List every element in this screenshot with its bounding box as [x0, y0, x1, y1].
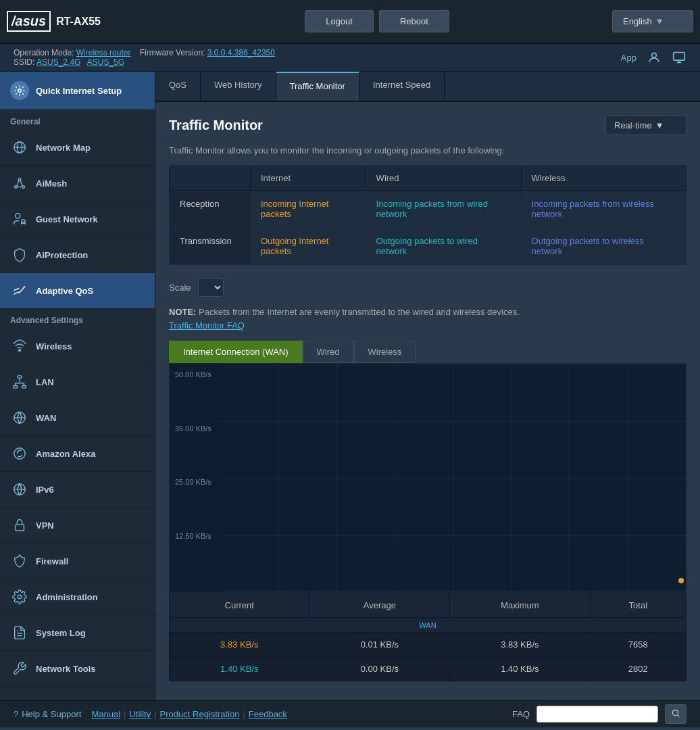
- outgoing-wired-packets-link[interactable]: Outgoing packets to wired network: [376, 236, 478, 256]
- content-area: QoS Web History Traffic Monitor Internet…: [155, 72, 700, 700]
- sidebar-item-administration[interactable]: Administration: [0, 579, 155, 615]
- main-layout: Quick Internet Setup General Network Map: [0, 72, 700, 700]
- app-label: App: [621, 53, 636, 63]
- operation-mode-label: Operation Mode:: [14, 48, 74, 57]
- sidebar-item-aimesh[interactable]: AiMesh: [0, 166, 155, 201]
- info-bar-left: Operation Mode: Wireless router Firmware…: [14, 48, 275, 67]
- help-label: Help & Support: [22, 709, 81, 719]
- logout-button[interactable]: Logout: [305, 10, 374, 32]
- sidebar-item-quick-internet-setup[interactable]: Quick Internet Setup: [0, 72, 155, 110]
- product-reg-link[interactable]: Product Registration: [160, 709, 240, 719]
- incoming-wired-packets-link[interactable]: Incoming packets from wired network: [376, 199, 488, 219]
- shield-icon: [10, 245, 29, 264]
- sidebar-item-ipv6[interactable]: IPv6: [0, 472, 155, 508]
- reboot-button[interactable]: Reboot: [379, 10, 449, 32]
- info-bar-right: App: [621, 50, 686, 65]
- transmission-wired[interactable]: Outgoing packets to wired network: [366, 228, 521, 265]
- sidebar-item-label: Wireless: [36, 341, 72, 351]
- sidebar-item-aiprotection[interactable]: AiProtection: [0, 237, 155, 273]
- reception-internet[interactable]: Incoming Internet packets: [251, 191, 366, 228]
- description-text: Traffic Monitor allows you to monitor th…: [169, 145, 686, 155]
- sidebar-item-wan[interactable]: WAN: [0, 400, 155, 436]
- sidebar-item-label: LAN: [36, 377, 54, 387]
- sidebar-item-label: Network Tools: [36, 664, 96, 674]
- tools-icon: [10, 659, 29, 678]
- stats-maximum-2: 1.40 KB/s: [450, 657, 591, 681]
- sidebar-item-system-log[interactable]: System Log: [0, 615, 155, 651]
- sidebar-item-network-tools[interactable]: Network Tools: [0, 651, 155, 687]
- sidebar-item-lan[interactable]: LAN: [0, 364, 155, 400]
- sidebar-item-vpn[interactable]: VPN: [0, 508, 155, 543]
- sidebar-item-label: System Log: [36, 628, 86, 638]
- header: /asus RT-AX55 Logout Reboot English ▼: [0, 0, 700, 44]
- ssid-5g[interactable]: ASUS_5G: [87, 57, 124, 67]
- sidebar-item-adaptive-qos[interactable]: Adaptive QoS: [0, 273, 155, 309]
- info-bar: Operation Mode: Wireless router Firmware…: [0, 44, 700, 72]
- firmware-value[interactable]: 3.0.0.4.386_42350: [207, 48, 275, 57]
- quick-setup-icon: [10, 81, 29, 100]
- svg-rect-17: [18, 376, 22, 379]
- sidebar-item-label: AiMesh: [36, 178, 67, 189]
- sidebar-item-label: Adaptive QoS: [36, 286, 93, 296]
- faq-search-button[interactable]: [665, 704, 686, 724]
- logo: /asus RT-AX55: [7, 11, 142, 32]
- person-icon[interactable]: [647, 50, 661, 65]
- svg-rect-1: [674, 53, 685, 61]
- svg-point-30: [18, 595, 22, 599]
- aimesh-icon: [10, 174, 29, 193]
- sidebar-item-label: IPv6: [36, 485, 54, 495]
- transmission-internet[interactable]: Outgoing Internet packets: [251, 228, 366, 265]
- footer-help: ? Help & Support: [14, 709, 81, 719]
- qos-icon: [10, 281, 29, 300]
- page-title-row: Traffic Monitor Real-time ▼: [169, 116, 686, 135]
- sidebar-item-label: Administration: [36, 592, 98, 602]
- reception-wireless[interactable]: Incoming packets from wireless network: [521, 191, 686, 228]
- svg-rect-29: [16, 525, 24, 531]
- graph-tab-wireless[interactable]: Wireless: [354, 341, 416, 363]
- y-label-50: 50.00 KB/s: [175, 370, 215, 379]
- outgoing-wireless-packets-link[interactable]: Outgoing packets to wireless network: [532, 236, 644, 256]
- sidebar-item-label: AiProtection: [36, 250, 88, 260]
- sidebar-item-amazon-alexa[interactable]: Amazon Alexa: [0, 436, 155, 472]
- stats-header-average: Average: [309, 593, 450, 618]
- graph-tab-wired[interactable]: Wired: [303, 341, 354, 363]
- ssid-24g[interactable]: ASUS_2.4G: [36, 57, 80, 67]
- traffic-monitor-faq-link[interactable]: Traffic Monitor FAQ: [169, 320, 686, 331]
- tab-web-history[interactable]: Web History: [201, 72, 276, 101]
- lan-icon: [10, 372, 29, 391]
- sidebar-item-firewall[interactable]: Firewall: [0, 543, 155, 579]
- faq-search-input[interactable]: [536, 706, 658, 723]
- incoming-internet-packets-link[interactable]: Incoming Internet packets: [261, 199, 328, 219]
- svg-point-8: [15, 186, 18, 189]
- outgoing-internet-packets-link[interactable]: Outgoing Internet packets: [261, 236, 328, 256]
- sidebar-item-wireless[interactable]: Wireless: [0, 328, 155, 364]
- utility-link[interactable]: Utility: [129, 709, 151, 719]
- manual-link[interactable]: Manual: [91, 709, 120, 719]
- sidebar-item-label: Firewall: [36, 556, 68, 566]
- transmission-wireless[interactable]: Outgoing packets to wireless network: [521, 228, 686, 265]
- stats-row-1: 3.83 KB/s 0.01 KB/s 3.83 KB/s 7658: [170, 633, 686, 657]
- sidebar-item-guest-network[interactable]: Guest Network: [0, 201, 155, 237]
- sidebar-item-network-map[interactable]: Network Map: [0, 130, 155, 166]
- scale-select[interactable]: [198, 278, 224, 297]
- incoming-wireless-packets-link[interactable]: Incoming packets from wireless network: [532, 199, 654, 219]
- monitor-icon[interactable]: [672, 50, 686, 65]
- svg-point-40: [678, 578, 684, 583]
- stats-header-current: Current: [170, 593, 310, 618]
- reception-wired[interactable]: Incoming packets from wired network: [366, 191, 521, 228]
- firewall-icon: [10, 552, 29, 570]
- router-model: RT-AX55: [56, 16, 101, 28]
- tabs-bar: QoS Web History Traffic Monitor Internet…: [155, 72, 700, 102]
- stats-average-1: 0.01 KB/s: [309, 633, 450, 657]
- graph-container: 50.00 KB/s 35.00 KB/s 25.00 KB/s 12.50 K…: [169, 363, 686, 593]
- tab-internet-speed[interactable]: Internet Speed: [359, 72, 445, 101]
- graph-tab-wan[interactable]: Internet Connection (WAN): [169, 341, 303, 363]
- tab-qos[interactable]: QoS: [155, 72, 201, 101]
- feedback-link[interactable]: Feedback: [249, 709, 287, 719]
- realtime-dropdown[interactable]: Real-time ▼: [605, 116, 686, 135]
- svg-line-11: [17, 180, 19, 186]
- language-selector[interactable]: English ▼: [612, 10, 693, 32]
- tab-traffic-monitor[interactable]: Traffic Monitor: [276, 72, 359, 101]
- footer-faq: FAQ: [512, 704, 686, 724]
- operation-mode-value[interactable]: Wireless router: [76, 48, 131, 57]
